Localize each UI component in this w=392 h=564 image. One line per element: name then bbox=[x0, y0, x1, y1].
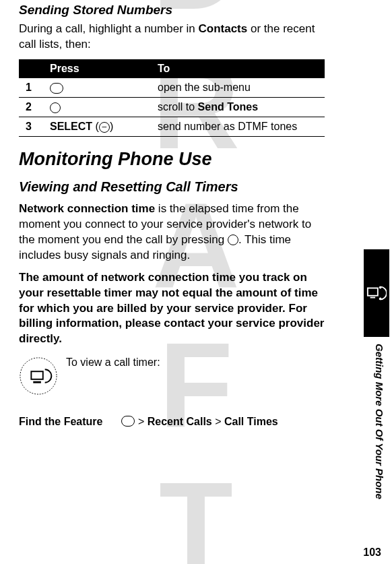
billing-warning: The amount of network connection time yo… bbox=[19, 270, 325, 348]
intro-contacts: Contacts bbox=[198, 22, 247, 35]
table-row: 1 open the sub-menu bbox=[19, 78, 325, 98]
nav-key-icon bbox=[50, 102, 61, 113]
row2-to: scroll to Send Tones bbox=[151, 97, 325, 117]
row1-key bbox=[43, 78, 151, 98]
intro-pre: During a call, highlight a number in bbox=[19, 22, 198, 35]
end-key-icon bbox=[228, 234, 238, 245]
svg-rect-4 bbox=[368, 288, 378, 296]
row2-to-bold: Send Tones bbox=[198, 101, 259, 113]
svg-rect-3 bbox=[33, 381, 41, 383]
page-number: 103 bbox=[363, 546, 381, 559]
softkey-icon bbox=[99, 122, 110, 133]
row1-to: open the sub-menu bbox=[151, 78, 325, 98]
heading-viewing-resetting-timers: Viewing and Resetting Call Timers bbox=[19, 179, 325, 195]
select-label: SELECT bbox=[50, 121, 92, 132]
sep1: > bbox=[135, 416, 147, 427]
nct-bold: Network connection time bbox=[19, 202, 155, 215]
table-row: 2 scroll to Send Tones bbox=[19, 97, 325, 117]
path-call-times: Call Times bbox=[224, 416, 278, 427]
side-caption: Getting More Out Of Your Phone bbox=[369, 344, 385, 546]
find-feature-path: > Recent Calls > Call Times bbox=[121, 416, 277, 428]
row3-to: send number as DTMF tones bbox=[151, 117, 325, 136]
view-timer-text: To view a call timer: bbox=[66, 356, 160, 369]
side-tab-icon bbox=[364, 249, 389, 337]
th-press: Press bbox=[43, 59, 151, 78]
svg-point-6 bbox=[379, 286, 382, 289]
th-blank bbox=[19, 59, 43, 78]
menu-key-icon bbox=[50, 83, 63, 94]
sending-intro: During a call, highlight a number in Con… bbox=[19, 22, 325, 53]
row2-to-pre: scroll to bbox=[158, 101, 198, 113]
row1-num: 1 bbox=[19, 78, 43, 98]
view-timer-row: To view a call timer: bbox=[19, 356, 325, 396]
section-sending-stored-numbers-title: Sending Stored Numbers bbox=[19, 3, 325, 18]
row3-key: SELECT () bbox=[43, 117, 151, 136]
find-the-feature: Find the Feature > Recent Calls > Call T… bbox=[19, 416, 325, 428]
heading-monitoring-phone-use: Monitoring Phone Use bbox=[19, 149, 325, 170]
find-feature-label: Find the Feature bbox=[19, 416, 102, 428]
page-content: Sending Stored Numbers During a call, hi… bbox=[0, 0, 344, 441]
sep2: > bbox=[212, 416, 224, 427]
svg-rect-5 bbox=[370, 297, 376, 299]
table-row: 3 SELECT () send number as DTMF tones bbox=[19, 117, 325, 136]
svg-rect-2 bbox=[32, 373, 42, 379]
row2-num: 2 bbox=[19, 97, 43, 117]
network-subscription-dependent-feature-icon bbox=[19, 356, 58, 396]
steps-table: Press To 1 open the sub-menu 2 scroll to… bbox=[19, 59, 325, 137]
th-to: To bbox=[151, 59, 325, 78]
svg-point-7 bbox=[379, 298, 382, 301]
row2-key bbox=[43, 97, 151, 117]
menu-key-icon bbox=[121, 416, 135, 427]
row3-num: 3 bbox=[19, 117, 43, 136]
path-recent-calls: Recent Calls bbox=[148, 416, 212, 427]
network-connection-paragraph: Network connection time is the elapsed t… bbox=[19, 201, 325, 263]
